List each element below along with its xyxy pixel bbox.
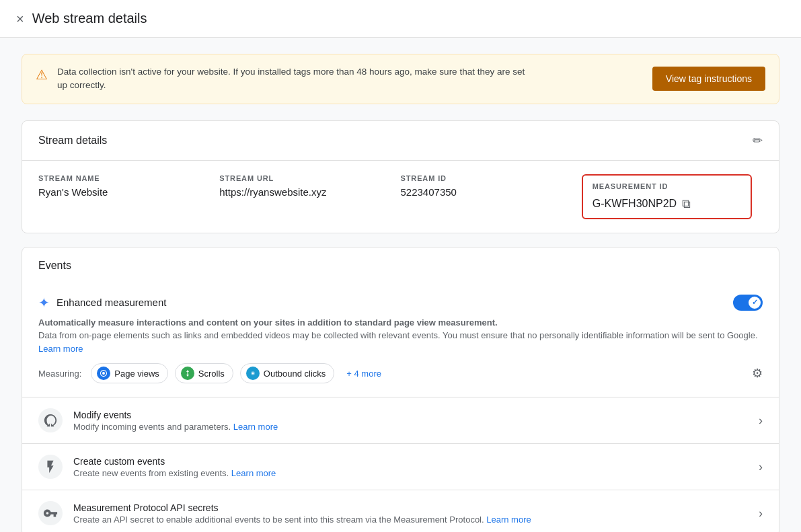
toggle-thumb: ✓: [749, 297, 761, 309]
events-card: Events ✦ Enhanced measurement ✓ Autom: [22, 247, 779, 533]
em-description-bold: Automatically measure interactions and c…: [38, 317, 498, 328]
scrolls-chip-icon: [181, 367, 194, 380]
more-chips-button[interactable]: + 4 more: [341, 366, 387, 381]
measuring-row-container: Measuring: Page views: [38, 363, 763, 383]
measurement-id-label: MEASUREMENT ID: [593, 182, 669, 190]
stream-url-field: STREAM URL https://ryanswebsite.xyz: [219, 174, 400, 219]
stream-id-label: STREAM ID: [401, 174, 571, 182]
create-custom-events-learn-more[interactable]: Learn more: [231, 468, 276, 478]
modify-events-chevron: ›: [759, 414, 763, 428]
em-learn-more-link[interactable]: Learn more: [38, 344, 83, 354]
warning-banner: ⚠ Data collection isn't active for your …: [22, 54, 779, 104]
em-description-normal: Data from on-page elements such as links…: [38, 330, 758, 340]
page-views-chip[interactable]: Page views: [91, 363, 167, 383]
measurement-id-value-row: G-KWFH30NP2D ⧉: [593, 197, 691, 211]
toggle-check-icon: ✓: [752, 298, 758, 307]
modify-events-desc: Modify incoming events and parameters. L…: [73, 422, 759, 432]
measurement-protocol-chevron: ›: [759, 506, 763, 521]
warning-icon: ⚠: [36, 67, 48, 83]
sparkle-icon: ✦: [38, 295, 50, 311]
em-description: Automatically measure interactions and c…: [38, 316, 763, 356]
page-header: × Web stream details: [0, 0, 801, 38]
enhanced-measurement-toggle[interactable]: ✓: [733, 295, 763, 311]
modify-events-item[interactable]: Modify events Modify incoming events and…: [22, 397, 779, 444]
stream-id-field: STREAM ID 5223407350: [401, 174, 582, 219]
events-header: Events: [22, 248, 779, 284]
svg-point-2: [252, 373, 254, 375]
measurement-id-value: G-KWFH30NP2D: [593, 198, 677, 210]
measurement-protocol-learn-more[interactable]: Learn more: [486, 515, 531, 525]
measurement-protocol-title: Measurement Protocol API secrets: [73, 502, 759, 513]
outbound-clicks-label: Outbound clicks: [264, 369, 326, 379]
copy-icon[interactable]: ⧉: [682, 197, 691, 211]
scrolls-chip[interactable]: Scrolls: [175, 363, 233, 383]
stream-details-title: Stream details: [38, 135, 107, 147]
measurement-protocol-desc: Create an API secret to enable additiona…: [73, 515, 759, 525]
measuring-row: Measuring: Page views: [38, 363, 387, 383]
warning-left: ⚠ Data collection isn't active for your …: [36, 65, 528, 93]
page-title: Web stream details: [32, 11, 147, 26]
stream-id-value: 5223407350: [401, 186, 571, 198]
create-custom-events-title: Create custom events: [73, 456, 759, 467]
measuring-label: Measuring:: [38, 369, 81, 379]
measurement-protocol-icon: [38, 501, 63, 525]
measurement-id-field: MEASUREMENT ID G-KWFH30NP2D ⧉: [582, 174, 763, 219]
stream-details-card: Stream details ✏ STREAM NAME Ryan's Webs…: [22, 120, 779, 233]
page-views-chip-icon: [97, 367, 110, 380]
measurement-protocol-item[interactable]: Measurement Protocol API secrets Create …: [22, 490, 779, 532]
scrolls-label: Scrolls: [198, 369, 225, 379]
modify-events-title: Modify events: [73, 410, 759, 420]
stream-fields: STREAM NAME Ryan's Website STREAM URL ht…: [22, 161, 779, 233]
em-title: Enhanced measurement: [56, 297, 166, 308]
edit-icon[interactable]: ✏: [753, 133, 763, 148]
view-tag-instructions-button[interactable]: View tag instructions: [652, 67, 765, 91]
toggle-track: ✓: [733, 295, 763, 311]
create-custom-events-content: Create custom events Create new events f…: [73, 456, 759, 478]
outbound-clicks-chip[interactable]: Outbound clicks: [240, 363, 335, 383]
create-custom-events-icon: [38, 455, 63, 479]
create-custom-events-item[interactable]: Create custom events Create new events f…: [22, 444, 779, 490]
modify-events-learn-more[interactable]: Learn more: [233, 422, 278, 432]
stream-name-field: STREAM NAME Ryan's Website: [38, 174, 219, 219]
measurement-id-box: MEASUREMENT ID G-KWFH30NP2D ⧉: [582, 174, 752, 219]
modify-events-icon: [38, 408, 63, 432]
stream-details-header: Stream details ✏: [22, 121, 779, 161]
stream-name-label: STREAM NAME: [38, 174, 208, 182]
stream-url-value: https://ryanswebsite.xyz: [219, 186, 389, 198]
enhanced-measurement-section: ✦ Enhanced measurement ✓ Automatically m…: [22, 284, 779, 398]
outbound-clicks-chip-icon: [246, 367, 260, 380]
page-views-label: Page views: [114, 369, 159, 379]
events-title: Events: [38, 260, 71, 272]
create-custom-events-desc: Create new events from existing events. …: [73, 468, 759, 478]
stream-url-label: STREAM URL: [219, 174, 389, 182]
create-custom-events-chevron: ›: [759, 460, 763, 474]
em-title-row: ✦ Enhanced measurement: [38, 295, 166, 311]
main-content: ⚠ Data collection isn't active for your …: [0, 38, 801, 532]
measurement-protocol-content: Measurement Protocol API secrets Create …: [73, 502, 759, 525]
em-header: ✦ Enhanced measurement ✓: [38, 295, 763, 311]
close-icon[interactable]: ×: [16, 12, 24, 26]
warning-text: Data collection isn't active for your we…: [57, 65, 528, 93]
stream-name-value: Ryan's Website: [38, 186, 208, 198]
modify-events-content: Modify events Modify incoming events and…: [73, 410, 759, 432]
enhanced-measurement-settings-icon[interactable]: ⚙: [752, 366, 763, 381]
svg-point-0: [102, 372, 105, 375]
